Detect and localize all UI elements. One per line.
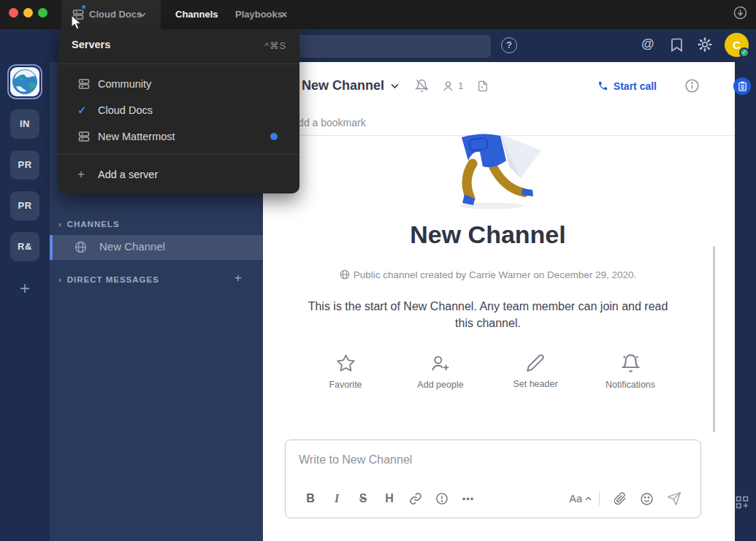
channels-category-label: CHANNELS [67, 220, 120, 229]
servers-menu-title: Servers [72, 39, 110, 50]
menu-item-label: Cloud Docs [98, 104, 153, 116]
send-icon[interactable] [660, 491, 689, 506]
plus-icon: + [77, 167, 98, 182]
scrollbar-thumb[interactable] [713, 246, 715, 432]
channel-title[interactable]: New Channel [302, 78, 384, 93]
servers-dropdown-menu: Servers ^⌘S Community ✓ Cloud Docs [58, 29, 299, 193]
team-item-selected[interactable] [7, 64, 42, 99]
toolbar-divider [599, 491, 600, 506]
message-composer[interactable]: Write to New Channel B I S H ••• Aa [285, 440, 701, 518]
team-item[interactable]: R& [10, 232, 39, 261]
intro-actions: Favorite Add people Set header [263, 353, 713, 390]
tab-playbooks[interactable]: Playbooks [235, 0, 283, 29]
mentions-icon[interactable]: @ [641, 37, 654, 52]
globe-channel-icon [75, 241, 87, 253]
channel-header: New Channel 1 Start call [263, 62, 735, 110]
start-call-button[interactable]: Start call [597, 80, 657, 92]
channel-info-icon[interactable] [684, 78, 700, 93]
bold-button[interactable]: B [297, 492, 324, 505]
server-unread-dot [80, 4, 87, 10]
more-formatting-icon[interactable]: ••• [455, 494, 481, 504]
add-team-button[interactable]: + [10, 275, 39, 304]
emoji-icon[interactable] [633, 492, 660, 506]
menu-item-cloud-docs[interactable]: ✓ Cloud Docs [58, 97, 299, 123]
favorite-button[interactable]: Favorite [316, 353, 375, 390]
channel-intro-illustration [449, 130, 559, 212]
menu-item-new-mattermost[interactable]: New Mattermost [58, 123, 299, 150]
help-icon[interactable]: ? [501, 37, 517, 53]
playbooks-apps-button[interactable] [733, 77, 751, 95]
chevron-down-icon [139, 12, 146, 18]
minimize-window-button[interactable] [23, 8, 33, 18]
saved-posts-icon[interactable] [671, 38, 683, 52]
server-tab-label: Cloud Docs [89, 0, 142, 29]
team-item[interactable]: PR [10, 191, 39, 220]
servers-menu-shortcut: ^⌘S [264, 40, 286, 51]
intro-description: This is the start of New Channel. Any te… [305, 298, 671, 331]
tab-channels[interactable]: Channels [175, 0, 218, 29]
unread-dot [270, 133, 278, 140]
member-count: 1 [458, 80, 464, 91]
set-header-button[interactable]: Set header [506, 353, 565, 390]
members-icon[interactable] [442, 80, 454, 93]
priority-icon[interactable] [429, 492, 455, 505]
muted-bell-icon[interactable] [415, 79, 429, 93]
globe-team-avatar [10, 67, 39, 96]
menu-item-community[interactable]: Community [58, 71, 299, 97]
right-app-bar [735, 62, 756, 541]
start-call-label: Start call [614, 80, 657, 92]
add-people-button[interactable]: Add people [411, 353, 470, 390]
action-label: Add people [417, 380, 463, 390]
intro-meta: Public channel created by Carrie Warner … [263, 269, 713, 280]
format-toggle-button[interactable]: Aa [569, 493, 592, 504]
chevron-icon: › [58, 220, 61, 229]
zoom-window-button[interactable] [38, 8, 47, 18]
action-label: Favorite [329, 380, 362, 390]
composer-toolbar: B I S H ••• Aa [286, 487, 700, 510]
add-server-label: Add a server [98, 169, 158, 180]
close-playbooks-tab-icon[interactable]: × [281, 0, 287, 29]
dm-category-label: DIRECT MESSAGES [67, 275, 159, 284]
heading-button[interactable]: H [376, 492, 402, 505]
menu-item-label: Community [98, 78, 151, 90]
add-server-button[interactable]: + Add a server [58, 161, 299, 188]
channels-category[interactable]: ›CHANNELS [58, 217, 120, 230]
apps-grid-add-icon[interactable] [736, 496, 749, 509]
pinned-file-icon[interactable] [477, 80, 489, 93]
server-icon [77, 77, 98, 91]
mouse-cursor [71, 15, 83, 31]
menu-item-label: New Mattermost [98, 131, 175, 142]
composer-placeholder: Write to New Channel [299, 453, 412, 467]
settings-gear-icon[interactable] [698, 37, 712, 52]
chevron-down-icon[interactable] [391, 83, 399, 89]
strikethrough-button[interactable]: S [350, 492, 376, 505]
close-window-button[interactable] [9, 8, 18, 18]
channel-item-label: New Channel [99, 240, 165, 253]
clipboard-icon [738, 81, 747, 91]
intro-heading: New Channel [263, 220, 713, 249]
check-icon: ✓ [77, 104, 98, 117]
link-icon[interactable] [402, 492, 429, 505]
menu-divider [58, 154, 299, 155]
intro-meta-text: Public channel created by Carrie Warner … [354, 269, 636, 280]
direct-messages-category[interactable]: ›DIRECT MESSAGES [58, 272, 159, 285]
notifications-button[interactable]: Notifications [601, 353, 660, 390]
team-item[interactable]: PR [10, 150, 39, 180]
app-window: Cloud Docs Channels Playbooks × ? @ [0, 0, 756, 541]
action-label: Set header [513, 379, 557, 389]
action-label: Notifications [606, 380, 655, 390]
selected-channel-accent [50, 235, 53, 260]
italic-button[interactable]: I [324, 492, 350, 505]
menu-divider [58, 64, 299, 64]
format-toggle-label: Aa [569, 493, 582, 504]
team-item[interactable]: IN [10, 110, 39, 139]
star-icon [336, 353, 356, 373]
add-bookmark-label: Add a bookmark [291, 117, 366, 128]
titlebar: Cloud Docs Channels Playbooks × [0, 0, 756, 29]
user-plus-icon [430, 353, 451, 373]
bell-icon [621, 353, 641, 373]
server-icon [77, 130, 98, 143]
attach-paperclip-icon[interactable] [607, 492, 633, 505]
update-download-icon[interactable] [733, 6, 747, 20]
add-direct-message-button[interactable]: + [234, 271, 242, 285]
